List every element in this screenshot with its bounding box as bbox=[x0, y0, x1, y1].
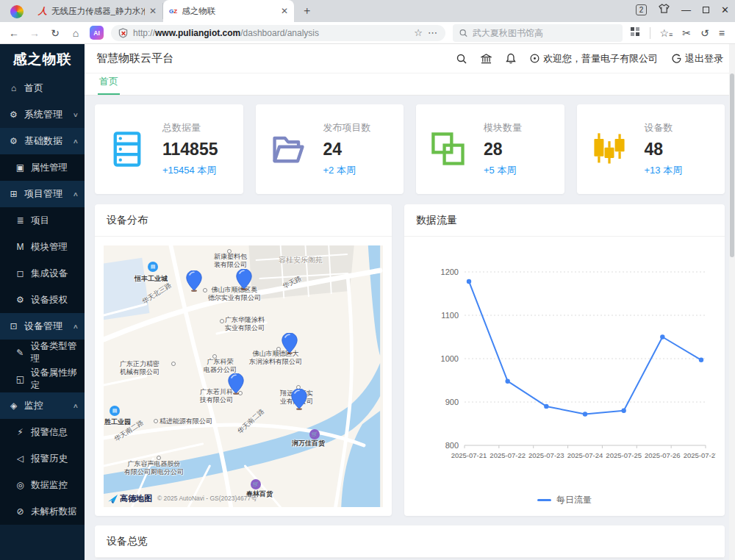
notifications-bell-icon[interactable] bbox=[506, 53, 516, 64]
user-circle-icon bbox=[530, 54, 539, 63]
tag-icon: ◈ bbox=[8, 401, 19, 411]
security-shield-icon[interactable] bbox=[118, 28, 128, 38]
favorites-icon[interactable]: ☆≡ bbox=[660, 27, 673, 39]
logout-button[interactable]: 退出登录 bbox=[672, 52, 723, 65]
chevron-up-icon: ∧ bbox=[73, 191, 79, 198]
browser-search-box[interactable] bbox=[453, 24, 623, 42]
map-pin-icon[interactable] bbox=[282, 333, 298, 355]
map-label: 恒丰工业城 bbox=[135, 275, 168, 283]
svg-text:2025-07-26: 2025-07-26 bbox=[645, 451, 681, 459]
maximize-button[interactable] bbox=[703, 4, 709, 15]
browser-tab-1[interactable]: 人 无线压力传感器_静力水准仪_ ✕ bbox=[32, 3, 163, 19]
organization-icon[interactable] bbox=[481, 54, 492, 64]
page-scrollbar[interactable] bbox=[729, 44, 735, 560]
stat-value: 24 bbox=[323, 140, 371, 159]
sidebar-item-设备授权[interactable]: ⚙设备授权 bbox=[0, 287, 85, 313]
search-input[interactable] bbox=[473, 28, 616, 38]
sidebar-item-系统管理[interactable]: ⚙系统管理∨ bbox=[0, 101, 85, 128]
legend-label: 每日流量 bbox=[556, 494, 592, 506]
sidebar-item-项目管理[interactable]: ⊞项目管理∧ bbox=[0, 181, 85, 207]
sidebar-item-label: 集成设备 bbox=[31, 268, 68, 280]
svg-text:1100: 1100 bbox=[441, 311, 459, 320]
svg-text:2025-07-21: 2025-07-21 bbox=[451, 451, 487, 459]
welcome-text[interactable]: 欢迎您，普量电子有限公司 bbox=[530, 52, 658, 65]
undo-icon[interactable]: ↺ bbox=[700, 27, 709, 39]
scissors-icon[interactable]: ✂ bbox=[682, 27, 691, 39]
home-icon[interactable]: ⌂ bbox=[69, 27, 82, 39]
close-button[interactable]: ✕ bbox=[721, 4, 729, 15]
sidebar-item-属性管理[interactable]: ▣属性管理 bbox=[0, 154, 85, 181]
tab-close-icon[interactable]: ✕ bbox=[281, 6, 288, 16]
svg-text:2025-07-25: 2025-07-25 bbox=[606, 451, 642, 459]
map-pin-icon[interactable] bbox=[291, 389, 307, 411]
sidebar-item-未解析数据[interactable]: ⊘未解析数据 bbox=[0, 498, 85, 525]
sidebar-item-label: 设备授权 bbox=[31, 294, 68, 306]
device-distribution-panel: 设备分布 bbox=[95, 204, 392, 516]
poi-dot bbox=[212, 354, 217, 359]
back-icon[interactable]: ← bbox=[7, 27, 21, 39]
tab-close-icon[interactable]: ✕ bbox=[149, 6, 157, 16]
sidebar-item-集成设备[interactable]: ◻集成设备 bbox=[0, 260, 85, 287]
url-text[interactable]: http://www.puliangiot.com/dashboard/anal… bbox=[133, 28, 409, 38]
address-bar[interactable]: http://www.puliangiot.com/dashboard/anal… bbox=[111, 25, 445, 41]
map-label: 广东华隆涂料 实业有限公司 bbox=[225, 316, 265, 332]
scrollbar-thumb[interactable] bbox=[730, 73, 734, 257]
map-label: 华天南二路 bbox=[236, 407, 266, 435]
more-options-icon[interactable]: ⋯ bbox=[428, 27, 438, 38]
chart-legend[interactable]: 每日流量 bbox=[537, 494, 592, 506]
panel-title: 数据流量 bbox=[404, 204, 725, 237]
modules-icon bbox=[429, 130, 467, 168]
svg-text:1000: 1000 bbox=[441, 354, 459, 363]
m-icon: M bbox=[15, 242, 26, 252]
browser-tab-2[interactable]: GZ 感之物联 ✕ bbox=[163, 0, 294, 22]
reload-icon[interactable]: ↻ bbox=[49, 27, 62, 39]
panel-title: 设备总览 bbox=[95, 525, 725, 558]
svg-text:2025-07-24: 2025-07-24 bbox=[567, 451, 603, 459]
map-pin-icon[interactable] bbox=[186, 270, 202, 292]
sidebar-item-设备管理[interactable]: ⊡设备管理∧ bbox=[0, 313, 85, 340]
stat-card-projects: 发布项目数 24 +2 本周 bbox=[256, 104, 404, 194]
sidebar-item-首页[interactable]: ⌂首页 bbox=[0, 75, 85, 101]
apps-grid-icon[interactable] bbox=[630, 26, 640, 40]
sidebar-item-label: 属性管理 bbox=[31, 162, 68, 174]
stat-card-modules: 模块数量 28 +5 本周 bbox=[416, 104, 564, 194]
sidebar-item-监控[interactable]: ◈监控∧ bbox=[0, 392, 85, 419]
sidebar-item-报警信息[interactable]: ⚡报警信息 bbox=[0, 419, 85, 445]
sidebar-item-基础数据[interactable]: ⚙基础数据∧ bbox=[0, 128, 85, 154]
sidebar-item-报警历史[interactable]: ◁报警历史 bbox=[0, 445, 85, 472]
app-logo: 感之物联 bbox=[0, 44, 85, 75]
sidebar-item-label: 设备属性绑定 bbox=[31, 367, 85, 392]
tab1-favicon: 人 bbox=[38, 5, 47, 18]
menu-icon[interactable]: ≡ bbox=[719, 27, 725, 39]
tab-home[interactable]: 首页 bbox=[98, 75, 120, 95]
amap-logo[interactable]: 高德地图 bbox=[108, 493, 152, 504]
ai-assistant-button[interactable]: AI bbox=[90, 26, 104, 40]
minimize-button[interactable]: — bbox=[681, 4, 691, 15]
map-label: 广东正力精密 机械有限公司 bbox=[120, 360, 159, 376]
map-pin-icon[interactable] bbox=[236, 269, 252, 291]
svg-text:2025-07-27: 2025-07-27 bbox=[684, 451, 716, 459]
slash-icon: ⊘ bbox=[15, 506, 26, 517]
header-search-icon[interactable] bbox=[456, 54, 467, 64]
sidebar-item-label: 报警信息 bbox=[31, 426, 68, 439]
map-label: 精进能源有限公司 bbox=[159, 417, 212, 426]
check-icon: ◎ bbox=[15, 480, 26, 490]
list-icon: ≣ bbox=[15, 215, 26, 226]
sidebar-item-项目[interactable]: ≣项目 bbox=[0, 207, 85, 234]
browser-logo-icon[interactable] bbox=[10, 5, 24, 18]
sidebar-item-模块管理[interactable]: M模块管理 bbox=[0, 234, 85, 260]
sidebar-item-数据监控[interactable]: ◎数据监控 bbox=[0, 472, 85, 498]
map-pin-icon[interactable] bbox=[228, 373, 244, 395]
sidebar-item-label: 未解析数据 bbox=[31, 506, 77, 518]
bookmark-star-icon[interactable]: ☆ bbox=[414, 27, 423, 38]
stat-label: 设备数 bbox=[645, 121, 683, 134]
divider bbox=[650, 27, 650, 39]
new-tab-button[interactable]: ＋ bbox=[301, 4, 312, 18]
device-map[interactable]: 新康塑料包 装有限公司容桂安乐阁苑恒丰工业城华天北三路佛山市顺德区奥 德尔实业有… bbox=[104, 245, 383, 507]
tab-count-badge[interactable]: 2 bbox=[636, 4, 647, 15]
search-icon bbox=[459, 29, 467, 37]
forward-icon[interactable]: → bbox=[28, 27, 41, 39]
sidebar-item-设备类型管理[interactable]: ✎设备类型管理 bbox=[0, 340, 85, 366]
sidebar-item-设备属性绑定[interactable]: ◱设备属性绑定 bbox=[0, 366, 85, 392]
theme-shirt-icon[interactable] bbox=[659, 3, 670, 16]
